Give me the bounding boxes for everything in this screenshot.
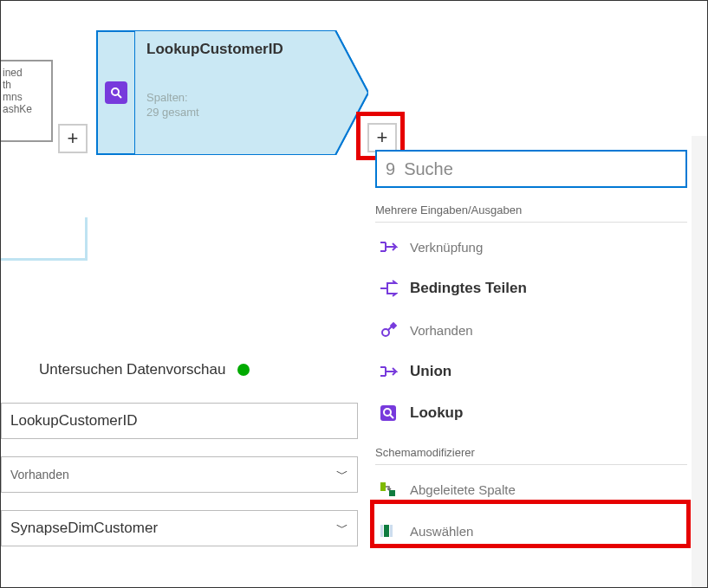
lookup-node[interactable]: LookupCustomerID Spalten: 29 gesamt (96, 30, 368, 155)
node-columns-count: 29 gesamt (146, 106, 342, 119)
transform-derived-column[interactable]: Abgeleitete Spalte (375, 468, 687, 510)
exists-icon (379, 320, 398, 339)
inspect-label: Untersuchen Datenvorschau (39, 361, 225, 378)
item-label: Lookup (410, 404, 463, 422)
settings-panel: Untersuchen Datenvorschau LookupCustomer… (1, 361, 365, 564)
svg-rect-5 (380, 405, 396, 421)
item-label: Bedingtes Teilen (410, 280, 527, 297)
add-step-button[interactable]: + (367, 123, 397, 152)
transformation-picker: 9 Suche Mehrere Eingaben/Ausgaben Verknü… (375, 150, 687, 552)
node-type-tab (96, 30, 134, 155)
section-schema-modifier: Schemamodifizierer (375, 446, 687, 465)
section-multi-io: Mehrere Eingaben/Ausgaben (375, 204, 687, 223)
transform-union[interactable]: Union (375, 351, 687, 392)
transform-join[interactable]: Verknüpfung (375, 226, 687, 268)
truncated-text: mns (3, 91, 49, 103)
join-icon (379, 237, 398, 256)
truncated-text: ashKe (3, 103, 49, 115)
derived-column-icon (379, 480, 398, 499)
search-input[interactable]: 9 Suche (375, 150, 687, 188)
split-icon (379, 279, 398, 298)
field-value: Vorhanden (10, 468, 69, 481)
add-after-previous-button[interactable]: + (58, 124, 88, 153)
lookup-item-icon (379, 404, 398, 423)
search-icon: 9 (386, 159, 395, 179)
item-label: Verknüpfung (410, 240, 483, 255)
previous-node[interactable]: ined th mns ashKe (1, 60, 53, 142)
name-input[interactable]: LookupCustomerID (1, 403, 358, 439)
exists-dropdown[interactable]: Vorhanden ﹀ (1, 456, 358, 493)
select-icon (379, 521, 398, 540)
item-label: Abgeleitete Spalte (410, 482, 516, 497)
truncated-text: ined (3, 67, 49, 79)
chevron-down-icon: ﹀ (336, 520, 348, 536)
svg-point-0 (112, 88, 119, 95)
truncated-text: th (3, 79, 49, 91)
node-columns-label: Spalten: (146, 91, 342, 104)
svg-rect-11 (380, 525, 383, 537)
lookup-icon (105, 81, 127, 104)
transform-select[interactable]: Auswählen (375, 510, 687, 552)
svg-point-3 (382, 329, 389, 336)
node-title: LookupCustomerID (146, 41, 342, 58)
chevron-down-icon: ﹀ (336, 467, 348, 482)
union-icon (379, 362, 398, 381)
transform-exists[interactable]: Vorhanden (375, 309, 687, 351)
source-dropdown[interactable]: SynapseDimCustomer ﹀ (1, 510, 358, 546)
connector-line (1, 217, 88, 261)
field-value: LookupCustomerID (10, 412, 137, 430)
svg-rect-8 (380, 482, 386, 491)
item-label: Vorhanden (410, 323, 473, 338)
item-label: Union (410, 363, 451, 380)
transform-conditional-split[interactable]: Bedingtes Teilen (375, 268, 687, 309)
status-dot-icon (237, 364, 250, 376)
svg-rect-10 (384, 525, 389, 537)
svg-rect-9 (389, 490, 395, 496)
svg-line-1 (118, 94, 121, 98)
inspect-tab[interactable]: Untersuchen Datenvorschau (1, 361, 358, 378)
transform-lookup[interactable]: Lookup (375, 392, 687, 434)
item-label: Auswählen (410, 524, 473, 539)
scrollbar[interactable] (692, 136, 707, 587)
svg-rect-12 (390, 525, 393, 537)
field-value: SynapseDimCustomer (10, 520, 158, 537)
search-placeholder: Suche (404, 159, 453, 179)
